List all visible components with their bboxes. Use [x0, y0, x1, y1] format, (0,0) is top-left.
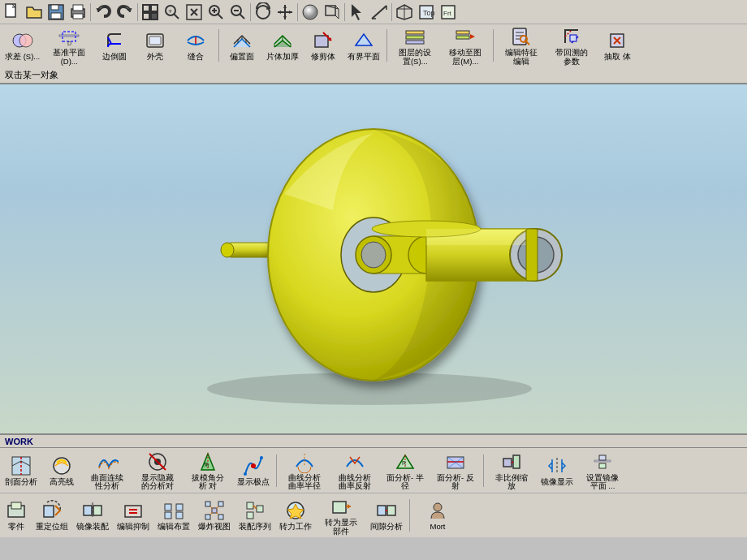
svg-marker-23	[283, 5, 287, 8]
svg-rect-48	[149, 37, 161, 45]
feibilisuo-button[interactable]: 非比例缩 放	[487, 451, 536, 490]
biandaoyuan-button[interactable]: 边倒圆	[95, 26, 134, 65]
mort-button[interactable]: Mort	[413, 496, 462, 535]
open-button[interactable]	[24, 2, 45, 23]
separator2	[137, 3, 138, 21]
qumian-lianxu-button[interactable]: 曲面连续 性分析	[83, 451, 132, 490]
zhuanli-gongzuo-label: 转力工作	[279, 523, 312, 531]
svg-point-44	[19, 34, 32, 47]
chongding-zuhe-label: 重定位组	[36, 523, 68, 531]
save-button[interactable]	[45, 2, 67, 23]
bianji-yizhi-button[interactable]: 编辑抑制	[114, 496, 153, 535]
xiujian-ti-button[interactable]: 修剪体	[304, 26, 343, 65]
bamujiao-fenxi-button[interactable]: 角 拔模角分 析 对	[184, 451, 232, 490]
pianti-jiahou-button[interactable]: 片体加厚	[263, 26, 302, 65]
chongding-zuhe-button[interactable]: 重定位组	[32, 496, 71, 535]
3d-model-svg	[138, 113, 609, 405]
toolbar-row1: + Top Frt	[0, 0, 747, 24]
pan-button[interactable]	[274, 2, 296, 23]
choudian-ti-label: 抽取 体	[604, 53, 631, 61]
select-button[interactable]	[347, 2, 368, 23]
shading1-button[interactable]	[300, 2, 321, 23]
zoom-out-button[interactable]	[227, 2, 248, 23]
svg-marker-33	[352, 4, 361, 20]
separator-t2	[386, 29, 387, 62]
svg-rect-119	[176, 512, 183, 519]
svg-line-34	[372, 6, 386, 19]
xianjidian-label: 显示极点	[237, 478, 270, 486]
redo-button[interactable]	[114, 2, 136, 23]
xianzhi-yincang-label: 显示隐藏 的分析对	[136, 474, 179, 491]
gaoliang-xian-button[interactable]: 高亮线	[42, 451, 81, 490]
youjie-pingmian-button[interactable]: 有界平面	[344, 26, 383, 65]
mianfenxi-fanshe-button[interactable]: 面分析- 反射	[431, 451, 480, 490]
waike-button[interactable]: 外壳	[136, 26, 175, 65]
jianmian-fenxi-button[interactable]: 剖面分析	[2, 451, 41, 490]
huigui-canshu-button[interactable]: 带回溯的 参数	[547, 26, 596, 65]
snap-toggle[interactable]	[140, 2, 161, 23]
undo-button[interactable]	[93, 2, 114, 23]
svg-rect-109	[44, 506, 54, 517]
new-button[interactable]	[2, 2, 23, 23]
rotate-view-button[interactable]	[253, 2, 274, 23]
xianjidian-button[interactable]: 显示极点	[234, 451, 273, 490]
svg-rect-67	[570, 35, 576, 41]
mianfenxi-banjing-button[interactable]: R 面分析- 半径	[381, 451, 430, 490]
separator3	[250, 3, 251, 21]
viewport[interactable]	[0, 84, 747, 433]
separator5	[344, 3, 345, 21]
svg-rect-58	[406, 41, 424, 44]
jianguo-fenxi-button[interactable]: 间隙分析	[367, 496, 406, 535]
svg-rect-5	[73, 5, 83, 11]
jianmian-fenxi-label: 剖面分析	[5, 478, 37, 486]
svg-rect-60	[456, 36, 469, 39]
svg-rect-118	[165, 512, 171, 519]
zhuanli-gongzuo-button[interactable]: 转力工作	[276, 496, 315, 535]
waike-label: 外壳	[147, 53, 163, 61]
print-button[interactable]	[67, 2, 89, 23]
bianji-tezheng-label: 编辑特征 编辑	[500, 49, 542, 66]
huigui-canshu-label: 带回溯的 参数	[551, 49, 593, 66]
mianfenxi-fanshe-label: 面分析- 反射	[434, 474, 477, 491]
jingxiang-xianshi-button[interactable]: 镜像显示	[538, 451, 576, 490]
qumian-lianxu-label: 曲面连续 性分析	[86, 474, 128, 491]
pianzhi-mian-button[interactable]: 偏置面	[222, 26, 261, 65]
bianji-buju-label: 编辑布置	[158, 523, 190, 531]
bianji-buju-button[interactable]: 编辑布置	[154, 496, 193, 535]
measure-button[interactable]	[369, 2, 390, 23]
yidong-zhitu-button[interactable]: 移动至图 层(M)...	[441, 26, 490, 65]
shezhi-jingxiang-button[interactable]: 设置镜像 平面 ...	[578, 451, 627, 490]
jingxiang-zhuangpei-button[interactable]: 镜像装配	[73, 496, 112, 535]
svg-rect-124	[218, 515, 223, 519]
svg-rect-133	[333, 502, 346, 513]
svg-line-20	[240, 14, 244, 19]
choudian-ti-button[interactable]: 抽取 体	[598, 26, 637, 65]
xianzhi-yincang-button[interactable]: 显示隐藏 的分析对	[133, 451, 182, 490]
svg-point-27	[303, 5, 317, 19]
wireframe-button[interactable]	[322, 2, 343, 23]
quxian-fanshe-button[interactable]: 曲线分析 曲率反射	[330, 451, 379, 490]
svg-rect-10	[151, 13, 158, 19]
zhuangpei-xulie-button[interactable]: 装配序列	[235, 496, 274, 535]
zhuanwei-xianshi-button[interactable]: 转为显示 部件	[317, 496, 365, 535]
zoom-in-button[interactable]	[205, 2, 227, 23]
svg-rect-131	[247, 512, 253, 519]
view-isometric[interactable]	[394, 2, 415, 23]
zoom-window-button[interactable]: +	[162, 2, 183, 23]
quxian-banjing-button[interactable]: 曲线分析 曲率半径	[280, 451, 329, 490]
view-top[interactable]: Top	[416, 2, 437, 23]
fenghe-button[interactable]: 缝合	[176, 26, 215, 65]
bianji-tezheng-button[interactable]: 编辑特征 编辑	[497, 26, 546, 65]
jizhu-pingmian-button[interactable]: D 基准平面 (D)...	[45, 26, 93, 65]
lingjianjian-button[interactable]: 零件	[2, 496, 31, 535]
view-front[interactable]: Frt	[438, 2, 459, 23]
qiucha-button[interactable]: 求差 (S)...	[2, 26, 43, 65]
svg-marker-61	[470, 34, 475, 39]
separator-t1	[218, 29, 219, 62]
separator1	[90, 3, 91, 21]
model-container	[138, 113, 609, 405]
baozha-shitu-button[interactable]: 爆炸视图	[195, 496, 234, 535]
instruction-bar: 双击某一对象	[0, 67, 747, 84]
zoom-fit-button[interactable]	[184, 2, 205, 23]
tuceng-shezhi-button[interactable]: 图层的设 置(S)...	[391, 26, 439, 65]
